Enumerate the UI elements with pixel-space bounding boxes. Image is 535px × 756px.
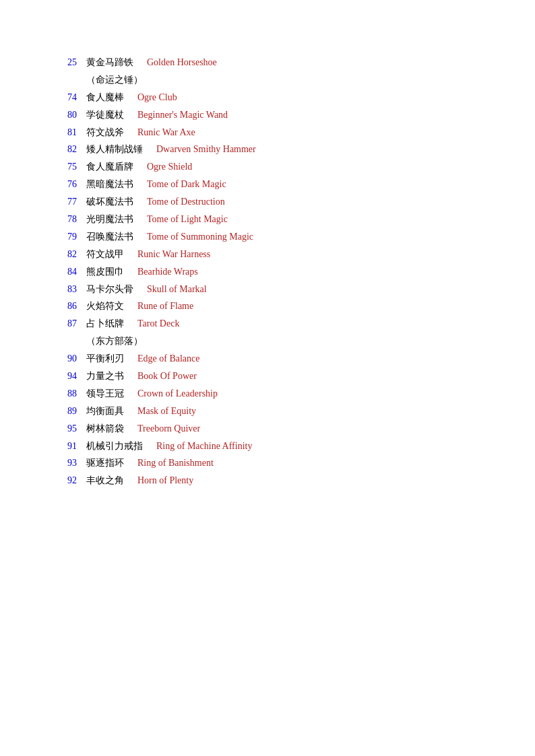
item-chinese: 占卜纸牌 (86, 315, 133, 333)
item-chinese: 平衡利刃 (86, 350, 133, 368)
item-number: 83 (67, 281, 86, 298)
item-chinese: 领导王冠 (86, 385, 133, 403)
item-number: 90 (67, 350, 86, 368)
list-item: 75食人魔盾牌 Ogre Shield (67, 158, 468, 176)
list-item: 95树林箭袋 Treeborn Quiver (67, 420, 468, 438)
item-english: Skull of Markal (147, 281, 207, 298)
item-chinese: 光明魔法书 (86, 211, 143, 228)
item-chinese: 熊皮围巾 (86, 263, 133, 281)
list-item: 93驱逐指环 Ring of Banishment (67, 454, 468, 472)
item-number: 25 (67, 54, 86, 71)
item-number: 78 (67, 211, 86, 228)
item-number: 75 (67, 158, 86, 176)
item-english: Ring of Banishment (137, 454, 214, 472)
item-english: Book Of Power (137, 368, 197, 385)
item-number: 76 (67, 176, 86, 193)
item-chinese: 马卡尔头骨 (86, 281, 143, 298)
item-english: Edge of Balance (137, 350, 200, 368)
item-chinese: 学徒魔杖 (86, 106, 133, 124)
item-english: Tome of Summoning Magic (147, 228, 253, 246)
list-item: 87占卜纸牌 Tarot Deck (67, 315, 468, 333)
list-item: 88领导王冠 Crown of Leadership (67, 385, 468, 403)
item-chinese: 符文战甲 (86, 246, 133, 263)
item-number: 84 (67, 263, 86, 281)
item-number: 93 (67, 454, 86, 472)
item-number: 87 (67, 315, 86, 333)
item-chinese: 召唤魔法书 (86, 228, 143, 246)
item-number: 82 (67, 246, 86, 263)
item-chinese: 树林箭袋 (86, 420, 133, 438)
item-list: 25黄金马蹄铁 Golden Horseshoe（命运之锤）74食人魔棒 Ogr… (67, 54, 468, 489)
item-number: 81 (67, 124, 86, 141)
item-english: Mask of Equity (137, 403, 196, 420)
item-number: 74 (67, 89, 86, 106)
list-item: 89均衡面具 Mask of Equity (67, 403, 468, 420)
item-english: Tome of Light Magic (147, 211, 228, 228)
item-english: Tarot Deck (137, 315, 179, 333)
list-item: 86火焰符文 Rune of Flame (67, 298, 468, 315)
list-item: 81符文战斧 Runic War Axe (67, 124, 468, 141)
item-chinese: 食人魔盾牌 (86, 158, 143, 176)
item-english: Horn of Plenty (137, 472, 193, 489)
item-english: Runic War Harness (137, 246, 210, 263)
item-english: Bearhide Wraps (137, 263, 198, 281)
item-number: 91 (67, 438, 86, 455)
item-number: 94 (67, 368, 86, 385)
item-number: 82 (67, 141, 86, 158)
item-number: 95 (67, 420, 86, 438)
item-number: 79 (67, 228, 86, 246)
list-item: 78光明魔法书 Tome of Light Magic (67, 211, 468, 228)
item-english: Rune of Flame (137, 298, 193, 315)
list-item: 80学徒魔杖 Beginner's Magic Wand (67, 106, 468, 124)
list-item: 77破坏魔法书 Tome of Destruction (67, 193, 468, 211)
list-item: 90平衡利刃 Edge of Balance (67, 350, 468, 368)
list-item: 74食人魔棒 Ogre Club (67, 89, 468, 106)
item-english: Crown of Leadership (137, 385, 218, 403)
list-item: 25黄金马蹄铁 Golden Horseshoe (67, 54, 468, 71)
item-subtitle: （命运之锤） (86, 71, 468, 89)
item-subtitle: （东方部落） (86, 333, 468, 350)
item-english: Dwarven Smithy Hammer (156, 141, 256, 158)
item-english: Ogre Shield (147, 158, 192, 176)
item-english: Ring of Machine Affinity (156, 438, 252, 455)
list-item: 84熊皮围巾 Bearhide Wraps (67, 263, 468, 281)
item-english: Tome of Destruction (147, 193, 225, 211)
item-chinese: 符文战斧 (86, 124, 133, 141)
list-item: 82矮人精制战锤 Dwarven Smithy Hammer (67, 141, 468, 158)
item-chinese: 火焰符文 (86, 298, 133, 315)
item-english: Treeborn Quiver (137, 420, 200, 438)
item-english: Tome of Dark Magic (147, 176, 226, 193)
item-number: 88 (67, 385, 86, 403)
item-chinese: 机械引力戒指 (86, 438, 152, 455)
item-number: 77 (67, 193, 86, 211)
item-chinese: 黑暗魔法书 (86, 176, 143, 193)
item-number: 92 (67, 472, 86, 489)
item-chinese: 丰收之角 (86, 472, 133, 489)
item-english: Beginner's Magic Wand (137, 106, 228, 124)
item-english: Ogre Club (137, 89, 177, 106)
item-number: 86 (67, 298, 86, 315)
list-item: 79召唤魔法书 Tome of Summoning Magic (67, 228, 468, 246)
list-item: 92丰收之角 Horn of Plenty (67, 472, 468, 489)
item-chinese: 破坏魔法书 (86, 193, 143, 211)
list-item: 76黑暗魔法书 Tome of Dark Magic (67, 176, 468, 193)
list-item: 82符文战甲 Runic War Harness (67, 246, 468, 263)
list-item: 94力量之书 Book Of Power (67, 368, 468, 385)
item-number: 80 (67, 106, 86, 124)
item-chinese: 食人魔棒 (86, 89, 133, 106)
list-item: 91机械引力戒指 Ring of Machine Affinity (67, 438, 468, 455)
item-chinese: 均衡面具 (86, 403, 133, 420)
item-number: 89 (67, 403, 86, 420)
item-chinese: 黄金马蹄铁 (86, 54, 143, 71)
list-item: 83马卡尔头骨 Skull of Markal (67, 281, 468, 298)
item-chinese: 矮人精制战锤 (86, 141, 152, 158)
item-chinese: 力量之书 (86, 368, 133, 385)
item-english: Golden Horseshoe (147, 54, 217, 71)
item-chinese: 驱逐指环 (86, 454, 133, 472)
item-english: Runic War Axe (137, 124, 195, 141)
